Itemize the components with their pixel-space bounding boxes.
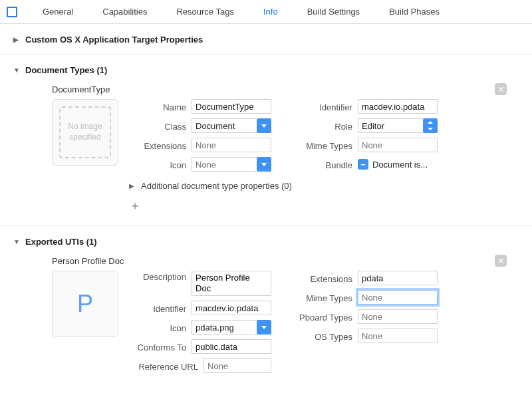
bundle-toggle[interactable]: − Document is...: [358, 159, 428, 170]
description-label: Description: [132, 271, 186, 282]
chevron-down-icon: ▼: [13, 238, 21, 245]
extensions-label: Extensions: [291, 273, 352, 284]
role-label: Role: [291, 120, 352, 132]
tab-resource-tags[interactable]: Resource Tags: [162, 0, 248, 24]
section-custom-properties[interactable]: ▶ Custom OS X Application Target Propert…: [13, 32, 532, 47]
chevron-right-icon: ▶: [13, 36, 21, 43]
tab-build-settings[interactable]: Build Settings: [293, 0, 375, 24]
uti-item-title: Person Profile Doc: [52, 256, 124, 266]
remove-doctype-button[interactable]: ✕: [495, 83, 507, 95]
additional-label: Additional document type properties (0): [141, 181, 292, 191]
name-input[interactable]: [192, 99, 271, 114]
section-document-types[interactable]: ▼ Document Types (1): [13, 63, 532, 78]
mime-label: Mime Types: [291, 292, 352, 303]
extensions-input[interactable]: [192, 138, 271, 152]
doctype-item-title: DocumentType: [52, 84, 110, 94]
extensions-label: Extensions: [132, 140, 186, 151]
description-input[interactable]: [192, 271, 271, 296]
tab-info[interactable]: Info: [249, 0, 293, 24]
chevron-right-icon: ▶: [129, 182, 137, 190]
section-title: Document Types (1): [25, 65, 107, 75]
additional-properties-toggle[interactable]: ▶ Additional document type properties (0…: [52, 172, 517, 195]
section-title: Custom OS X Application Target Propertie…: [25, 35, 203, 45]
pboard-label: Pboard Types: [291, 311, 352, 323]
tab-build-phases[interactable]: Build Phases: [374, 0, 454, 24]
identifier-label: Identifier: [291, 101, 352, 112]
identifier-input[interactable]: [192, 301, 271, 315]
name-label: Name: [132, 101, 186, 112]
tab-general[interactable]: General: [28, 0, 88, 24]
doctype-image-well[interactable]: No image specified: [52, 99, 118, 166]
mime-input[interactable]: [358, 138, 438, 152]
mime-input[interactable]: [358, 290, 438, 305]
tab-bar: General Capabilities Resource Tags Info …: [0, 0, 532, 24]
icon-select[interactable]: [192, 157, 271, 172]
section-title: Exported UTIs (1): [25, 237, 97, 247]
conforms-label: Conforms To: [132, 341, 186, 352]
no-image-placeholder: No image specified: [59, 106, 111, 158]
class-label: Class: [132, 120, 186, 132]
mime-label: Mime Types: [291, 140, 352, 151]
uti-image-well[interactable]: P: [52, 271, 118, 337]
identifier-input[interactable]: [358, 99, 438, 114]
uti-thumb-letter: P: [77, 290, 93, 318]
icon-select[interactable]: [192, 320, 271, 335]
bundle-value: Document is...: [372, 160, 428, 170]
pboard-input[interactable]: [358, 309, 438, 324]
reference-input[interactable]: [203, 358, 271, 373]
minus-icon: −: [358, 159, 368, 170]
tab-capabilities[interactable]: Capabilities: [88, 0, 162, 24]
close-icon: ✕: [497, 85, 505, 94]
close-icon: ✕: [497, 257, 505, 265]
ostypes-label: OS Types: [291, 331, 352, 342]
chevron-down-icon: ▼: [13, 67, 21, 74]
icon-label: Icon: [132, 159, 186, 170]
icon-label: Icon: [132, 322, 186, 333]
role-select[interactable]: [358, 118, 438, 133]
identifier-label: Identifier: [132, 303, 186, 314]
ostypes-input[interactable]: [358, 329, 438, 343]
reference-label: Reference URL: [132, 360, 198, 372]
extensions-input[interactable]: [358, 271, 438, 285]
project-icon[interactable]: [7, 7, 17, 17]
section-exported-utis[interactable]: ▼ Exported UTIs (1): [13, 234, 532, 249]
class-select[interactable]: [192, 118, 271, 133]
conforms-input[interactable]: [192, 339, 271, 354]
remove-uti-button[interactable]: ✕: [495, 255, 507, 267]
add-doctype-button[interactable]: ＋: [52, 195, 129, 213]
bundle-label: Bundle: [291, 159, 352, 170]
